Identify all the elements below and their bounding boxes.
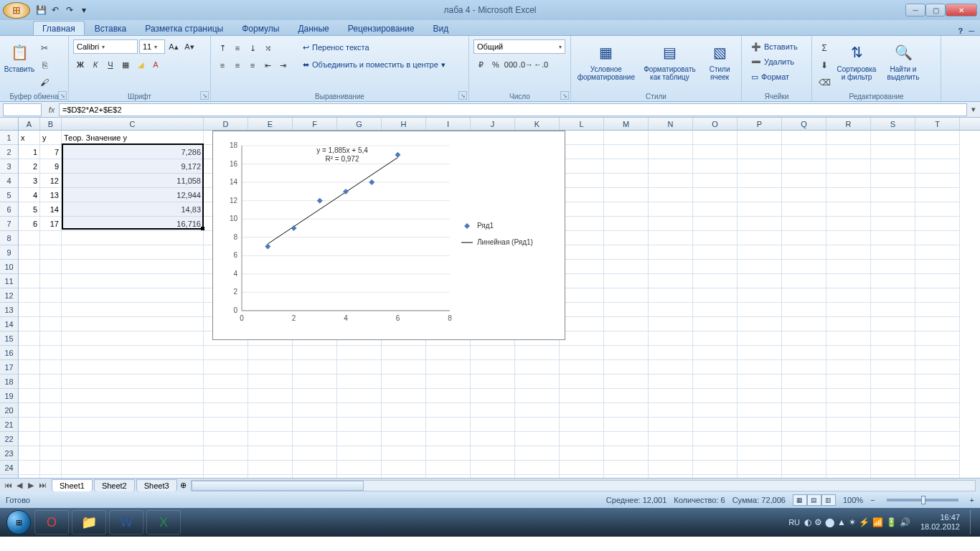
cell[interactable] bbox=[693, 475, 738, 478]
cell[interactable] bbox=[826, 188, 871, 202]
cell[interactable] bbox=[826, 145, 871, 159]
cell[interactable] bbox=[515, 375, 560, 389]
cell[interactable] bbox=[337, 475, 382, 478]
cell[interactable] bbox=[604, 331, 649, 346]
cell[interactable] bbox=[738, 432, 782, 446]
tray-icon[interactable]: 🔊 bbox=[900, 517, 910, 527]
cell[interactable] bbox=[693, 331, 738, 346]
cell[interactable] bbox=[560, 217, 604, 231]
cell[interactable] bbox=[426, 432, 471, 446]
cell[interactable] bbox=[649, 432, 693, 446]
cell[interactable] bbox=[782, 375, 826, 389]
cell[interactable] bbox=[604, 346, 649, 360]
cell[interactable] bbox=[871, 145, 915, 159]
cell[interactable] bbox=[871, 174, 915, 188]
orientation-icon[interactable]: ⤭ bbox=[260, 41, 275, 55]
cell[interactable] bbox=[604, 418, 649, 432]
autosum-icon[interactable]: Σ bbox=[816, 40, 832, 56]
align-bottom-icon[interactable]: ⤓ bbox=[245, 41, 260, 55]
cell[interactable]: y bbox=[40, 131, 62, 145]
cell[interactable]: 9 bbox=[40, 159, 62, 174]
number-launcher-icon[interactable]: ↘ bbox=[560, 91, 569, 100]
sort-filter-button[interactable]: ⇅Сортировка и фильтр bbox=[834, 38, 879, 101]
cell[interactable] bbox=[693, 446, 738, 461]
cell[interactable] bbox=[782, 303, 826, 317]
cell[interactable] bbox=[248, 346, 293, 360]
cell[interactable] bbox=[738, 418, 782, 432]
cell[interactable] bbox=[19, 317, 40, 331]
cell[interactable]: 11,058 bbox=[62, 174, 204, 188]
cell[interactable] bbox=[649, 389, 693, 403]
cell[interactable] bbox=[382, 389, 426, 403]
align-middle-icon[interactable]: ≡ bbox=[230, 41, 245, 55]
task-excel[interactable]: X bbox=[146, 510, 181, 534]
cell[interactable]: 4 bbox=[19, 188, 40, 202]
cell[interactable] bbox=[560, 174, 604, 188]
cell-styles-button[interactable]: ▧Стили ячеек bbox=[702, 38, 737, 101]
cell[interactable] bbox=[738, 145, 782, 159]
cell[interactable] bbox=[40, 288, 62, 303]
undo-icon[interactable]: ↶ bbox=[49, 4, 62, 17]
cell[interactable] bbox=[248, 360, 293, 375]
cell[interactable] bbox=[604, 432, 649, 446]
font-launcher-icon[interactable]: ↘ bbox=[200, 91, 209, 100]
cell[interactable]: 9,172 bbox=[62, 159, 204, 174]
cell[interactable] bbox=[426, 461, 471, 475]
cell[interactable] bbox=[560, 188, 604, 202]
fx-icon[interactable]: fx bbox=[44, 105, 59, 114]
cell[interactable] bbox=[293, 446, 337, 461]
cell[interactable] bbox=[40, 432, 62, 446]
cell[interactable] bbox=[382, 432, 426, 446]
underline-button[interactable]: Ч bbox=[103, 57, 118, 72]
cell[interactable] bbox=[649, 475, 693, 478]
cell[interactable] bbox=[40, 231, 62, 245]
cell[interactable] bbox=[62, 403, 204, 418]
tab-data[interactable]: Данные bbox=[289, 22, 337, 35]
row-header[interactable]: 5 bbox=[0, 188, 19, 202]
cell[interactable] bbox=[738, 131, 782, 145]
cell[interactable] bbox=[382, 418, 426, 432]
cell[interactable] bbox=[782, 260, 826, 274]
zoom-out-icon[interactable]: − bbox=[870, 496, 875, 504]
cell[interactable] bbox=[471, 360, 515, 375]
clear-icon[interactable]: ⌫ bbox=[816, 75, 832, 90]
format-as-table-button[interactable]: ▤Форматировать как таблицу bbox=[639, 38, 701, 101]
cell[interactable] bbox=[649, 174, 693, 188]
cell[interactable] bbox=[515, 461, 560, 475]
cell[interactable] bbox=[826, 174, 871, 188]
cell[interactable] bbox=[782, 360, 826, 375]
cell[interactable] bbox=[649, 403, 693, 418]
cell[interactable] bbox=[738, 159, 782, 174]
cell[interactable] bbox=[248, 432, 293, 446]
cell[interactable] bbox=[19, 475, 40, 478]
cell[interactable] bbox=[19, 403, 40, 418]
number-format-combo[interactable]: Общий▾ bbox=[473, 39, 565, 54]
cell[interactable] bbox=[649, 159, 693, 174]
cell[interactable] bbox=[248, 403, 293, 418]
cell[interactable] bbox=[248, 461, 293, 475]
cell[interactable] bbox=[204, 346, 248, 360]
cell[interactable] bbox=[604, 145, 649, 159]
tray-icon[interactable]: 📶 bbox=[872, 517, 883, 527]
cell[interactable] bbox=[738, 217, 782, 231]
cell[interactable] bbox=[62, 274, 204, 288]
cell[interactable] bbox=[782, 418, 826, 432]
show-desktop-button[interactable] bbox=[970, 510, 976, 534]
cell[interactable] bbox=[248, 375, 293, 389]
cell[interactable] bbox=[693, 231, 738, 245]
col-header-L[interactable]: L bbox=[560, 118, 604, 130]
cell[interactable] bbox=[782, 145, 826, 159]
cell[interactable] bbox=[915, 375, 960, 389]
cell[interactable] bbox=[604, 245, 649, 260]
cell[interactable] bbox=[782, 131, 826, 145]
col-header-H[interactable]: H bbox=[382, 118, 426, 130]
cell[interactable] bbox=[782, 389, 826, 403]
align-left-icon[interactable]: ≡ bbox=[215, 58, 230, 72]
cell[interactable] bbox=[693, 260, 738, 274]
col-header-D[interactable]: D bbox=[204, 118, 248, 130]
cell[interactable] bbox=[604, 274, 649, 288]
cell[interactable] bbox=[871, 231, 915, 245]
tab-home[interactable]: Главная bbox=[33, 21, 85, 35]
cell[interactable] bbox=[782, 288, 826, 303]
cell[interactable] bbox=[693, 432, 738, 446]
